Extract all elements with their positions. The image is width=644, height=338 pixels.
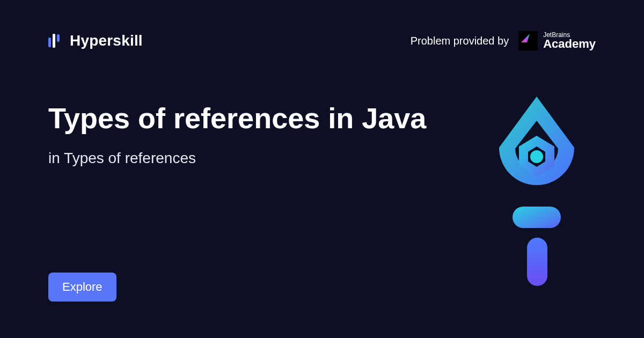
brand-name: Hyperskill xyxy=(70,32,143,49)
hyperskill-icon xyxy=(48,33,63,48)
page-title: Types of references in Java xyxy=(48,101,426,135)
pen-nib-icon xyxy=(483,94,590,287)
jetbrains-icon xyxy=(518,31,538,50)
svg-rect-3 xyxy=(527,238,547,286)
brand-logo: Hyperskill xyxy=(48,32,143,49)
jetbrains-academy-logo: JetBrains Academy xyxy=(518,31,596,50)
explore-button[interactable]: Explore xyxy=(48,273,116,302)
academy-label: Academy xyxy=(543,38,596,50)
svg-marker-0 xyxy=(521,34,530,42)
svg-point-1 xyxy=(530,150,543,163)
provider-label: Problem provided by xyxy=(411,35,509,47)
svg-rect-2 xyxy=(513,207,561,228)
page-subtitle: in Types of references xyxy=(48,150,426,167)
jetbrains-academy-text: JetBrains Academy xyxy=(543,32,596,50)
provider-block: Problem provided by JetBrains Academ xyxy=(411,31,596,50)
header: Hyperskill Problem provided by Jet xyxy=(0,0,644,50)
